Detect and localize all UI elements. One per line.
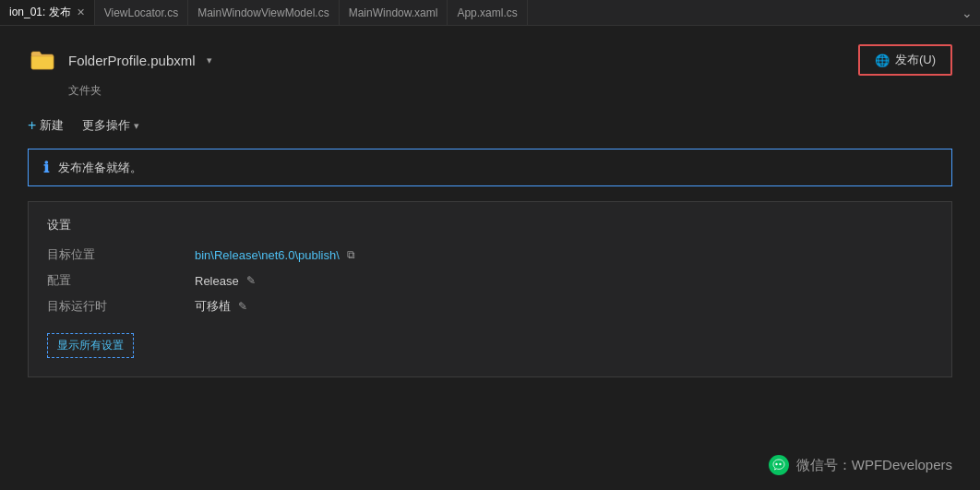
tab-mainwindowvm-label: MainWindowViewModel.cs — [197, 6, 329, 19]
info-message: 发布准备就绪。 — [58, 160, 142, 176]
more-caret-icon: ▾ — [134, 120, 139, 132]
config-value: Release ✎ — [195, 274, 256, 288]
copy-icon[interactable]: ⧉ — [347, 248, 355, 261]
action-bar: + 新建 更多操作 ▾ — [28, 117, 952, 134]
settings-title: 设置 — [47, 217, 933, 233]
header-row: FolderProfile.pubxml ▾ 🌐 发布(U) — [28, 44, 952, 76]
settings-row-runtime: 目标运行时 可移植 ✎ — [47, 298, 933, 315]
publish-globe-icon: 🌐 — [875, 54, 890, 67]
tab-publish-close[interactable]: ✕ — [77, 6, 85, 18]
target-location-text: bin\Release\net6.0\publish\ — [195, 248, 340, 262]
plus-icon: + — [28, 117, 36, 134]
svg-point-0 — [775, 463, 777, 465]
new-label: 新建 — [40, 117, 64, 134]
header-left: FolderProfile.pubxml ▾ — [28, 47, 212, 73]
target-location-label: 目标位置 — [47, 246, 195, 263]
target-location-value: bin\Release\net6.0\publish\ ⧉ — [195, 248, 355, 262]
publish-button-label: 发布(U) — [895, 52, 936, 68]
watermark-text: 微信号：WPFDevelopers — [796, 457, 952, 474]
wechat-icon — [769, 455, 789, 475]
settings-row-target: 目标位置 bin\Release\net6.0\publish\ ⧉ — [47, 246, 933, 263]
more-label: 更多操作 — [82, 117, 130, 134]
tab-viewlocator[interactable]: ViewLocator.cs — [95, 0, 189, 25]
config-label: 配置 — [47, 272, 195, 289]
runtime-edit-icon[interactable]: ✎ — [238, 300, 247, 313]
subtitle: 文件夹 — [68, 83, 952, 99]
profile-dropdown-arrow[interactable]: ▾ — [207, 54, 212, 66]
show-all-settings-button[interactable]: 显示所有设置 — [47, 333, 134, 358]
runtime-value: 可移植 ✎ — [195, 298, 247, 315]
main-content: FolderProfile.pubxml ▾ 🌐 发布(U) 文件夹 + 新建 … — [0, 26, 980, 490]
tab-appxaml-label: App.xaml.cs — [457, 6, 517, 19]
info-banner: ℹ 发布准备就绪。 — [28, 149, 952, 186]
svg-point-1 — [779, 463, 781, 465]
runtime-text: 可移植 — [195, 298, 231, 315]
config-text: Release — [195, 274, 239, 288]
tab-mainwindowxaml-label: MainWindow.xaml — [349, 6, 438, 19]
config-edit-icon[interactable]: ✎ — [246, 274, 256, 287]
tab-publish-label: ion_01: 发布 — [9, 5, 71, 20]
runtime-label: 目标运行时 — [47, 298, 195, 315]
settings-row-config: 配置 Release ✎ — [47, 272, 933, 289]
watermark: 微信号：WPFDevelopers — [769, 455, 952, 475]
profile-name: FolderProfile.pubxml — [68, 53, 196, 68]
tab-viewlocator-label: ViewLocator.cs — [104, 6, 179, 19]
tab-mainwindowxaml[interactable]: MainWindow.xaml — [340, 0, 448, 25]
tab-bar: ion_01: 发布 ✕ ViewLocator.cs MainWindowVi… — [0, 0, 980, 26]
more-actions-button[interactable]: 更多操作 ▾ — [82, 117, 139, 134]
new-button[interactable]: + 新建 — [28, 117, 64, 134]
info-icon: ℹ — [43, 159, 49, 176]
tab-publish[interactable]: ion_01: 发布 ✕ — [0, 0, 95, 25]
tab-mainwindowvm[interactable]: MainWindowViewModel.cs — [188, 0, 340, 25]
publish-button[interactable]: 🌐 发布(U) — [858, 44, 952, 76]
tab-overflow-button[interactable]: ⌄ — [954, 6, 980, 20]
tab-appxaml[interactable]: App.xaml.cs — [448, 0, 527, 25]
settings-card: 设置 目标位置 bin\Release\net6.0\publish\ ⧉ 配置… — [28, 201, 952, 377]
folder-icon — [28, 47, 57, 73]
